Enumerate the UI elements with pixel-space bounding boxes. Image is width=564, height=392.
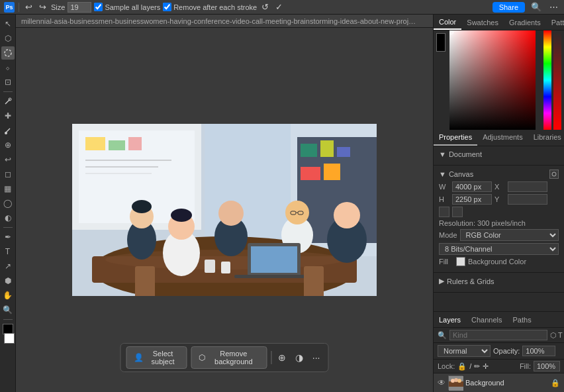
resolution-row: Resolution: 300 pixels/inch [439,219,559,227]
color-hue-bar[interactable] [543,30,551,130]
select-subject-button[interactable]: 👤 Select subject [126,346,187,369]
marquee-tool[interactable]: ⬡ [1,32,15,45]
color-picker [434,30,564,130]
lasso-tool[interactable] [1,46,15,60]
layer-background-row[interactable]: 👁 Background 🔒 [434,373,564,392]
brush-tool[interactable] [1,124,15,137]
fill-swatch[interactable] [456,257,465,266]
layer-icon-2[interactable]: T [558,331,563,340]
layers-tab-paths[interactable]: Paths [508,313,537,326]
blend-mode-select[interactable]: Normal [438,345,491,357]
history-brush-tool[interactable]: ↩ [1,153,15,166]
dodge-tool[interactable]: ◐ [1,211,15,224]
lock-move-icon[interactable]: ✛ [483,362,489,371]
canvas-thumb-1[interactable] [439,207,449,217]
color-tab-swatches[interactable]: Swatches [461,16,504,29]
remove-after-checkbox[interactable] [163,3,171,11]
blur-tool[interactable]: ◯ [1,197,15,210]
crop-tool[interactable]: ⊡ [1,75,15,89]
layer-icon-1[interactable]: ⬡ [550,331,557,340]
bitdepth-select[interactable]: 8 Bits/Channel [439,243,559,255]
sample-all-checkbox[interactable] [94,3,103,11]
canvas-chevron: ▼ [439,170,446,178]
svg-rect-11 [337,147,350,157]
lock-art-icon[interactable]: ✏ [474,362,480,371]
fill-text: Background Color [468,258,526,266]
canvas-link-icon[interactable] [549,170,559,179]
resolution-text: Resolution: 300 pixels/inch [439,219,526,227]
tool-options-group: ↩ ↪ Size Sample all layers Remove after … [23,2,285,13]
color-tab-gradients[interactable]: Gradients [504,16,546,29]
svg-point-30 [171,209,192,222]
svg-rect-13 [324,164,340,180]
move-tool[interactable]: ↖ [1,17,15,30]
clone-stamp-tool[interactable]: ⊕ [1,138,15,152]
rulers-header[interactable]: ▶ Rulers & Grids [439,277,559,285]
svg-rect-49 [449,381,463,387]
lock-pixel-icon[interactable]: / [469,362,471,370]
tab-adjustments[interactable]: Adjustments [477,130,528,146]
canvas-header[interactable]: ▼ Canvas [439,170,559,179]
eyedropper-tool[interactable] [1,95,15,108]
pen-tool[interactable]: ✒ [1,230,15,244]
eraser-tool[interactable]: ◻ [1,168,15,181]
y-input[interactable] [508,194,547,205]
tab-properties[interactable]: Properties [434,130,477,146]
opacity-label: Opacity: [493,347,520,355]
zoom-tool[interactable]: 🔍 [1,303,15,317]
color-tab-patterns[interactable]: Patterns [546,16,564,29]
svg-rect-42 [234,275,314,278]
background-color[interactable] [4,333,15,344]
layers-search-bar: 🔍 ⬡ T ⬢ ⚙ ★ [434,328,564,343]
size-input[interactable] [68,2,91,13]
color-tab-color[interactable]: Color [434,15,461,30]
fill-input[interactable] [534,361,560,371]
tab-libraries[interactable]: Libraries [528,130,564,146]
mode-select[interactable]: RGB Color [460,229,559,241]
text-tool[interactable]: T [1,245,15,258]
search-icon: 🔍 [438,331,447,340]
remove-bg-icon: ⬡ [199,353,205,362]
layers-tab-channels[interactable]: Channels [466,313,507,326]
remove-background-button[interactable]: ⬡ Remove background [191,346,267,369]
rulers-label: Rulers & Grids [447,277,494,285]
undo-stroke-btn[interactable]: ↺ [259,2,271,12]
bottom-anchor-btn[interactable]: ⊕ [275,351,289,364]
layers-lock-row: Lock: 🔒 / ✏ ✛ Fill: [434,360,564,373]
layer-thumbnail [448,375,463,390]
color-gradient[interactable] [449,30,536,130]
canvas-thumb-2[interactable] [452,207,463,217]
bottom-mask-btn[interactable]: ◑ [293,351,306,364]
props-tabs: Properties Adjustments Libraries [434,130,564,146]
undo-btn[interactable]: ↩ [23,2,34,12]
canvas-label: Canvas [449,170,473,178]
width-input[interactable] [452,181,492,192]
gradient-tool[interactable]: ▦ [1,182,15,195]
layer-visibility-icon[interactable]: 👁 [438,378,446,387]
bottom-toolbar: 👤 Select subject ⬡ Remove background ⊕ ◑… [120,343,329,372]
more-top-btn[interactable]: ⋯ [547,2,560,12]
layers-search-input[interactable] [449,330,547,340]
path-tool[interactable]: ↗ [1,260,15,273]
hand-tool[interactable]: ✋ [1,289,15,302]
height-input[interactable] [452,194,492,205]
x-input[interactable] [508,181,547,192]
bottom-more-btn[interactable]: ··· [310,351,323,364]
color-alpha-bar[interactable] [553,30,561,130]
confirm-btn[interactable]: ✓ [273,2,285,12]
document-header[interactable]: ▼ Document [439,150,559,158]
svg-rect-45 [135,266,155,296]
layers-tab-layers[interactable]: Layers [434,313,466,326]
fg-swatch[interactable] [436,33,446,52]
opacity-input[interactable] [522,346,555,356]
redo-btn[interactable]: ↪ [37,2,48,12]
object-select-tool[interactable]: ⬦ [1,61,15,74]
x-label: X [494,183,505,191]
share-button[interactable]: Share [493,2,525,13]
healing-tool[interactable]: ✚ [1,109,15,122]
svg-point-32 [218,201,244,226]
lock-position-icon[interactable]: 🔒 [457,362,467,371]
search-top-btn[interactable]: 🔍 [529,2,543,12]
shape-tool[interactable]: ⬢ [1,274,15,287]
rulers-chevron: ▶ [439,277,444,285]
